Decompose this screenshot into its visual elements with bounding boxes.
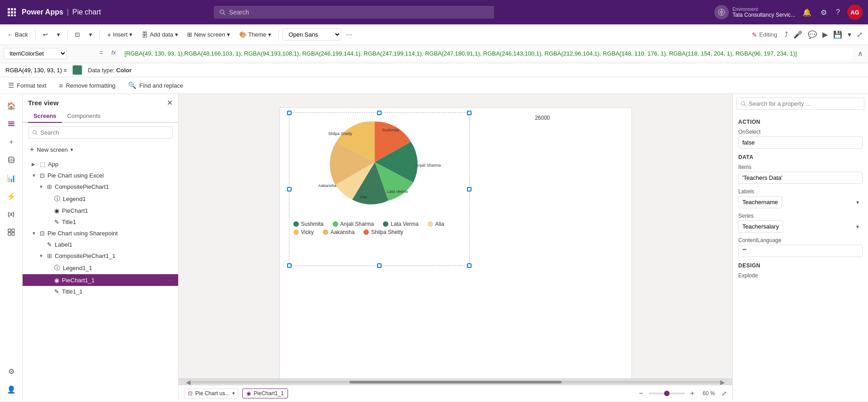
handle-br[interactable] (467, 263, 472, 268)
sidebar-insert-icon[interactable]: ＋ (3, 134, 19, 150)
tree-item-app[interactable]: ▶ ⬚ App (23, 159, 178, 170)
tree-item-piechart1[interactable]: ◉ PieChart1 (23, 205, 178, 216)
sidebar-data-icon[interactable] (3, 152, 19, 168)
tree-search-input[interactable] (40, 129, 169, 136)
new-screen-button[interactable]: ⊞ New screen ▾ (184, 29, 234, 40)
canvas-tab-screen-chevron: ▾ (232, 391, 235, 396)
insert-button[interactable]: + Insert ▾ (104, 29, 136, 40)
tree-close-button[interactable]: ✕ (167, 98, 173, 107)
handle-ml[interactable] (287, 187, 292, 192)
scroll-thumb[interactable] (349, 381, 561, 383)
sidebar-user-icon[interactable]: 👤 (3, 381, 19, 397)
more-toolbar-icon[interactable]: ▾ (846, 28, 853, 41)
handle-mr[interactable] (467, 187, 472, 192)
font-selector[interactable]: Open Sans (283, 28, 341, 41)
zoom-slider[interactable] (649, 393, 685, 394)
sidebar-analytics-icon[interactable]: 📊 (3, 170, 19, 186)
sidebar-layers-icon[interactable] (3, 116, 19, 132)
right-panel: ACTION OnSelect DATA Items Labels Teache… (732, 94, 868, 401)
tree-item-pie-excel[interactable]: ▼ ⊡ Pie Chart using Excel (23, 170, 178, 181)
text-icon: ✎ (54, 219, 59, 225)
tree-item-piechart1-1[interactable]: ◉ PieChart1_1 ··· (23, 274, 178, 286)
user-avatar[interactable]: AG (847, 5, 863, 20)
fx-button[interactable]: fx (108, 48, 118, 57)
settings-icon[interactable]: ⚙ (819, 6, 829, 19)
copy-dropdown[interactable]: ▾ (85, 29, 96, 40)
formula-expand-button[interactable]: ∧ (856, 48, 864, 59)
add-data-button[interactable]: 🗄 Add data ▾ (138, 29, 182, 40)
expand-icon[interactable]: ⤢ (855, 28, 864, 41)
svg-rect-14 (8, 123, 14, 124)
tree-item-pie-sharepoint[interactable]: ▼ ⊡ Pie Chart using Sharepoint (23, 228, 178, 239)
canvas-tab-screen[interactable]: ⊡ Pie Chart us... ▾ (184, 388, 239, 398)
formula-content[interactable]: [RGBA(49, 130, 93, 1),RGBA(48,166,103, 1… (122, 48, 853, 60)
undo-button[interactable]: ↩ (39, 29, 52, 40)
comment-icon[interactable]: 💬 (806, 28, 819, 41)
find-replace-button[interactable]: 🔍 Find and replace (125, 80, 186, 91)
format-text-button[interactable]: ☰ Format text (5, 80, 49, 91)
fullscreen-icon[interactable]: ⤢ (722, 390, 727, 397)
notification-icon[interactable]: 🔔 (801, 6, 813, 19)
legend-item-aakansha: Aakansha (323, 229, 354, 235)
tree-item-composite1-1[interactable]: ▼ ⊞ CompositePieChart1_1 (23, 250, 178, 262)
handle-tr[interactable] (467, 111, 472, 115)
content-language-input[interactable] (738, 245, 863, 257)
on-select-input[interactable] (738, 136, 863, 149)
tree-item-composite1[interactable]: ▼ ⊞ CompositePieChart1 (23, 181, 178, 192)
tree-item-legend1-1[interactable]: ⓘ Legend1_1 (23, 262, 178, 274)
legend-icon: ⓘ (54, 195, 60, 203)
handle-tl[interactable] (287, 111, 292, 115)
editing-button[interactable]: ✎ Editing (748, 29, 781, 40)
undo-dropdown[interactable]: ▾ (53, 29, 64, 40)
play-button[interactable]: ▶ (821, 28, 830, 41)
text-icon-t2: ✎ (54, 288, 59, 295)
labels-select[interactable]: Teachername (738, 196, 782, 208)
tree-new-screen[interactable]: + New screen ▾ (28, 144, 173, 155)
handle-bl[interactable] (287, 263, 292, 268)
tree-item-legend1[interactable]: ⓘ Legend1 (23, 192, 178, 205)
microphone-icon[interactable]: 🎤 (792, 28, 804, 41)
sidebar-connectors-icon[interactable]: ⚡ (3, 188, 19, 204)
sidebar-settings-icon[interactable]: ⚙ (3, 363, 19, 379)
svg-rect-18 (12, 229, 14, 232)
sidebar-home-icon[interactable]: 🏠 (3, 98, 19, 114)
add-data-icon: 🗄 (142, 31, 148, 38)
more-button[interactable]: ··· (343, 29, 354, 41)
tree-item-title1[interactable]: ✎ Title1 (23, 216, 178, 228)
sidebar-components-icon[interactable] (3, 224, 19, 240)
on-select-row: OnSelect (738, 129, 863, 149)
sidebar-variables-icon[interactable]: (x) (3, 206, 19, 222)
share-button[interactable]: ⤴ (783, 29, 790, 41)
canvas-scroll[interactable]: 26000 (179, 94, 732, 379)
formula-name-selector[interactable]: ItemColorSet (4, 48, 67, 59)
remove-formatting-button[interactable]: ≡ Remove formatting (57, 80, 118, 91)
tree-item-label1[interactable]: ✎ Label1 (23, 239, 178, 250)
series-label: Series (738, 213, 863, 219)
zoom-slider-thumb[interactable] (664, 391, 670, 396)
back-button[interactable]: ← Back (4, 29, 32, 40)
search-input[interactable] (229, 9, 489, 16)
tree-item-label: PieChart1_1 (62, 277, 165, 284)
tree-tab-screens[interactable]: Screens (28, 110, 62, 123)
theme-button[interactable]: 🎨 Theme ▾ (236, 29, 275, 40)
canvas-scrollbar-h[interactable]: ◀ ▶ (179, 379, 732, 385)
right-panel-search-input[interactable] (749, 100, 860, 107)
pencil-icon: ✎ (752, 31, 757, 38)
handle-tm[interactable] (377, 111, 382, 115)
environment-avatar (714, 5, 729, 19)
handle-bm[interactable] (377, 263, 382, 268)
zoom-in-button[interactable]: + (689, 388, 696, 398)
tree-header: Tree view ✕ (23, 94, 178, 110)
tree-tab-components[interactable]: Components (62, 110, 106, 123)
zoom-out-button[interactable]: − (637, 388, 645, 398)
save-button[interactable]: 💾 (831, 28, 844, 41)
item-more-icon[interactable]: ··· (167, 276, 175, 284)
waffle-icon[interactable] (5, 6, 18, 19)
copy-button[interactable]: ⊡ (71, 29, 84, 40)
items-input[interactable] (738, 172, 863, 184)
series-select[interactable]: Teachersalary (738, 220, 783, 233)
help-icon[interactable]: ? (834, 6, 842, 18)
tree-item-title1-1[interactable]: ✎ Title1_1 (23, 286, 178, 297)
scroll-track[interactable] (191, 381, 720, 383)
canvas-tab-piechart[interactable]: ◉ PieChart1_1 (242, 388, 288, 398)
